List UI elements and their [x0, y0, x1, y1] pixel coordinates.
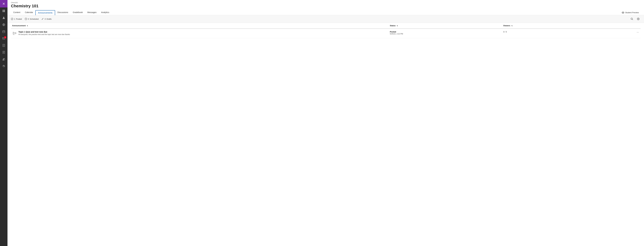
announcement-preview: Hi everyone, the practice test and the t… [18, 33, 70, 35]
col-header-actions [596, 23, 640, 28]
close-button[interactable] [0, 0, 8, 7]
header: Chem101 Chemistry 101 Content Calendar A… [8, 0, 644, 15]
svg-point-4 [3, 17, 4, 18]
sidebar-item-grades[interactable] [0, 42, 8, 49]
sort-icon-announcement: ⇅ [27, 25, 28, 26]
student-preview-label: Student Preview [625, 11, 639, 14]
actions-cell: ··· [596, 28, 640, 38]
announcements-table-container: Announcement ⇅ Status ⇅ Viewers ⇅ [8, 23, 644, 246]
sidebar-item-courses[interactable] [0, 21, 8, 28]
filter-bar: 1 Posted 0 Scheduled 0 Drafts [8, 15, 644, 23]
col-header-status[interactable]: Status ⇅ [389, 23, 502, 28]
announcement-cell: Topic 1 Quiz and test now due Hi everyon… [11, 28, 389, 38]
svg-rect-6 [2, 31, 5, 33]
status-label: Posted [390, 31, 501, 33]
scheduled-label: Scheduled [30, 18, 38, 20]
announcement-icon [12, 31, 17, 36]
clock-icon [25, 18, 27, 20]
announcement-title[interactable]: Topic 1 Quiz and test now due [18, 31, 70, 33]
course-label: Chem101 [11, 2, 640, 3]
svg-point-10 [4, 58, 5, 59]
svg-point-14 [631, 18, 632, 19]
tab-bar: Content Calendar Announcements Discussio… [11, 10, 640, 15]
announcement-content: Topic 1 Quiz and test now due Hi everyon… [18, 31, 70, 35]
add-announcement-button[interactable] [636, 17, 640, 21]
sort-icon-viewers: ⇅ [511, 25, 512, 26]
col-header-viewers[interactable]: Viewers ⇅ [502, 23, 596, 28]
inbox-badge: 1 [4, 36, 6, 38]
viewers-count: 3 / 3 [503, 31, 507, 33]
sidebar-item-account[interactable] [0, 14, 8, 21]
sidebar-item-assignments[interactable] [0, 49, 8, 56]
scheduled-count: 0 [28, 18, 29, 20]
course-title: Chemistry 101 [11, 4, 640, 8]
filter-scheduled[interactable]: 0 Scheduled [25, 18, 39, 20]
drafts-label: Drafts [46, 18, 52, 20]
student-preview-button[interactable]: Student Preview [620, 11, 640, 14]
svg-rect-3 [4, 11, 5, 12]
tab-messages[interactable]: Messages [85, 10, 99, 15]
svg-rect-0 [2, 10, 4, 11]
announcements-table: Announcement ⇅ Status ⇅ Viewers ⇅ [11, 23, 640, 38]
filter-posted[interactable]: 1 Posted [11, 18, 22, 20]
svg-rect-1 [4, 10, 5, 11]
posted-count: 1 [14, 18, 15, 20]
svg-point-12 [11, 18, 13, 20]
check-circle-icon [11, 18, 13, 20]
eye-icon [622, 12, 624, 14]
more-options-button[interactable]: ··· [636, 31, 640, 34]
tab-analytics[interactable]: Analytics [99, 10, 112, 15]
status-cell: Posted 5/25/22, 2:22 PM [389, 28, 502, 38]
pencil-icon [42, 18, 44, 20]
svg-point-9 [3, 58, 4, 59]
main-content: Chem101 Chemistry 101 Content Calendar A… [8, 0, 644, 246]
add-icon [637, 18, 640, 20]
svg-point-11 [623, 12, 624, 13]
sidebar-item-inbox[interactable]: 1 [0, 35, 8, 42]
filter-drafts[interactable]: 0 Drafts [42, 18, 52, 20]
sidebar-item-dashboard[interactable] [0, 7, 8, 14]
col-header-announcement[interactable]: Announcement ⇅ [11, 23, 389, 28]
svg-rect-2 [2, 11, 4, 12]
tab-calendar[interactable]: Calendar [22, 10, 36, 15]
filter-actions [630, 17, 640, 21]
status-date: 5/25/22, 2:22 PM [390, 33, 501, 35]
tab-gradebook[interactable]: Gradebook [70, 10, 85, 15]
sidebar-item-calendar[interactable] [0, 28, 8, 35]
svg-rect-8 [3, 51, 5, 54]
drafts-count: 0 [44, 18, 46, 20]
table-row: Topic 1 Quiz and test now due Hi everyon… [11, 28, 640, 38]
tab-content[interactable]: Content [11, 10, 22, 15]
viewers-cell: 3 / 3 [502, 28, 596, 38]
sidebar-item-people[interactable] [0, 56, 8, 63]
sidebar-item-back[interactable] [0, 63, 8, 69]
search-button[interactable] [630, 17, 634, 21]
sidebar: 1 [0, 0, 8, 246]
sort-icon-status: ⇅ [397, 25, 398, 26]
tab-discussions[interactable]: Discussions [55, 10, 70, 15]
tab-announcements[interactable]: Announcements [36, 10, 55, 15]
posted-label: Posted [16, 18, 22, 20]
search-icon [630, 18, 633, 20]
